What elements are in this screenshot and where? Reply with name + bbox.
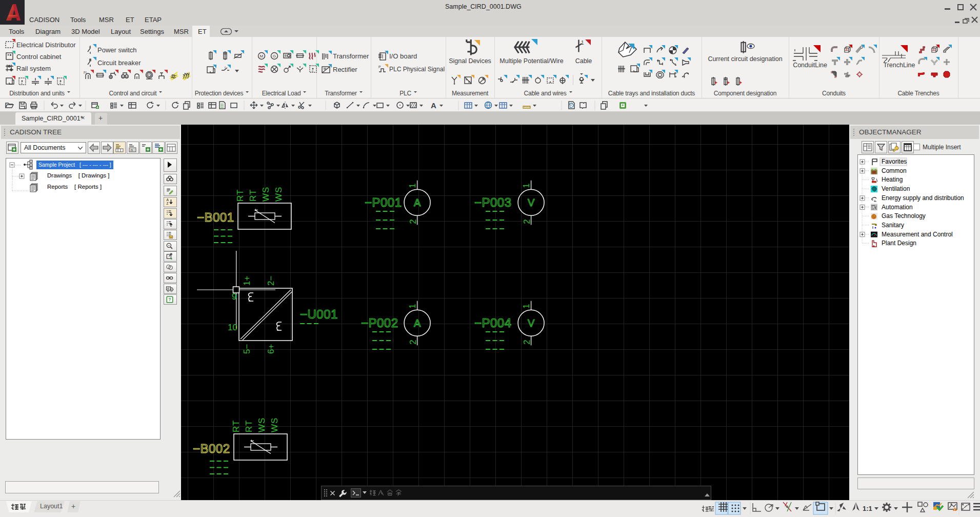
svg-text:Z: Z: [166, 202, 168, 205]
svg-text:−B002: −B002: [193, 442, 230, 455]
svg-text:2: 2: [522, 219, 532, 224]
svg-text:Common: Common: [882, 167, 907, 174]
svg-text:RT: RT: [235, 189, 245, 202]
svg-text:1:1: 1:1: [863, 505, 872, 512]
svg-text:Favorites: Favorites: [882, 158, 907, 165]
svg-text:1: 1: [522, 304, 531, 308]
svg-text:P: P: [378, 65, 381, 69]
svg-text:o: o: [59, 82, 61, 85]
svg-text:G: G: [273, 54, 276, 58]
svg-text:2−: 2−: [266, 276, 276, 286]
svg-text:G: G: [148, 73, 151, 77]
svg-text:RT: RT: [248, 189, 258, 202]
svg-text:A: A: [431, 101, 436, 110]
svg-text:RT: RT: [244, 420, 254, 432]
svg-text:Sanitary: Sanitary: [882, 222, 904, 229]
svg-text:Gas Technology: Gas Technology: [882, 212, 926, 220]
svg-text:WS: WS: [274, 187, 284, 202]
svg-text:P: P: [468, 81, 470, 84]
svg-text:Ventilation: Ventilation: [882, 185, 910, 192]
svg-text:2: 2: [408, 219, 418, 224]
svg-text:V: V: [528, 317, 535, 329]
svg-text:o: o: [21, 82, 23, 85]
svg-text:1: 1: [522, 183, 531, 188]
svg-text:−U001: −U001: [300, 307, 338, 321]
svg-text:M: M: [122, 75, 125, 78]
svg-text:10: 10: [228, 323, 237, 332]
svg-text:A: A: [414, 197, 421, 208]
svg-text:x: x: [171, 257, 173, 260]
svg-text:1: 1: [408, 304, 417, 308]
svg-text:−P002: −P002: [361, 316, 398, 330]
svg-text:M: M: [126, 75, 128, 78]
svg-text:−P003: −P003: [474, 195, 512, 209]
svg-text:6+: 6+: [266, 344, 276, 354]
svg-text:1: 1: [581, 40, 584, 46]
svg-text:RT: RT: [231, 420, 241, 432]
svg-text:2: 2: [522, 340, 532, 344]
svg-text:Heating: Heating: [882, 176, 903, 183]
svg-text:n: n: [131, 148, 133, 152]
svg-text:Plant Design: Plant Design: [882, 240, 916, 247]
svg-text:Measurement and Control: Measurement and Control: [882, 231, 953, 238]
svg-text:?: ?: [169, 297, 171, 302]
svg-text:WS: WS: [261, 187, 271, 202]
svg-text:5−: 5−: [242, 344, 252, 354]
svg-text:−B001: −B001: [197, 210, 234, 224]
svg-text:Automation: Automation: [882, 204, 913, 211]
svg-text:1+: 1+: [242, 276, 252, 286]
svg-text:−P004: −P004: [474, 316, 512, 330]
svg-text:WS: WS: [270, 417, 279, 432]
svg-text:Energy supply and distribution: Energy supply and distribution: [882, 194, 964, 202]
svg-text:9: 9: [232, 292, 236, 302]
svg-text:V: V: [528, 197, 535, 208]
svg-text:1: 1: [408, 183, 417, 188]
svg-text:2: 2: [408, 340, 418, 344]
svg-text:−P001: −P001: [365, 195, 402, 209]
svg-text:WS: WS: [257, 417, 267, 432]
svg-text:A: A: [414, 317, 421, 329]
svg-text:M: M: [260, 54, 264, 58]
svg-text:o: o: [312, 69, 313, 72]
svg-text:!: !: [954, 508, 955, 511]
